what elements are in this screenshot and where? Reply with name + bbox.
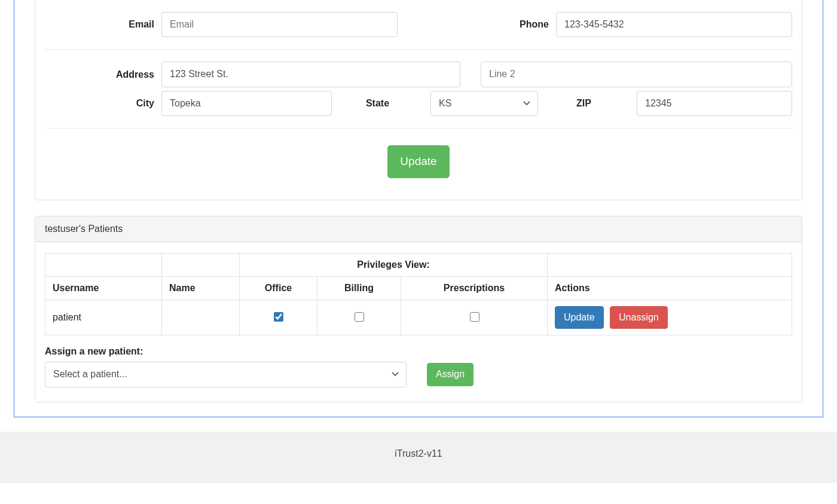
col-office: Office — [240, 276, 317, 300]
cell-username: patient — [45, 300, 162, 335]
address-label: Address — [45, 69, 161, 80]
col-billing: Billing — [317, 276, 401, 300]
address-line1-input[interactable] — [161, 62, 460, 87]
assign-patient-select[interactable]: Select a patient... — [45, 362, 407, 387]
zip-label: ZIP — [538, 98, 637, 109]
row-city-state-zip: City State KS ZIP — [45, 87, 792, 129]
form-section: Email Phone Address — [35, 0, 802, 200]
patients-panel: testuser's Patients Privileges View: Use… — [35, 216, 802, 402]
update-button[interactable]: Update — [387, 145, 449, 178]
state-select[interactable]: KS — [430, 91, 538, 116]
state-label: State — [332, 98, 430, 109]
office-checkbox[interactable] — [274, 312, 283, 322]
privileges-view-header: Privileges View: — [240, 253, 548, 276]
table-row: patient Update Unassign — [45, 300, 792, 335]
email-input[interactable] — [161, 12, 398, 37]
page-container: Email Phone Address — [14, 0, 823, 417]
table-header-row-2: Username Name Office Billing Prescriptio… — [45, 276, 792, 300]
address-line2-input[interactable] — [481, 62, 792, 87]
privileges-table: Privileges View: Username Name Office Bi… — [45, 253, 792, 335]
patients-panel-header: testuser's Patients — [35, 216, 802, 242]
cell-actions: Update Unassign — [548, 300, 792, 335]
col-username: Username — [45, 276, 162, 300]
row-email-phone: Email Phone — [45, 0, 792, 50]
row-address: Address — [45, 50, 792, 87]
phone-input[interactable] — [556, 12, 792, 37]
update-button-row: Update — [45, 129, 792, 200]
row-unassign-button[interactable]: Unassign — [610, 306, 668, 329]
cell-name — [162, 300, 240, 335]
col-prescriptions: Prescriptions — [401, 276, 548, 300]
assign-row: Select a patient... Assign — [45, 362, 792, 387]
table-header-row-1: Privileges View: — [45, 253, 792, 276]
email-label: Email — [45, 19, 161, 30]
assign-button[interactable]: Assign — [427, 363, 474, 386]
city-input[interactable] — [161, 91, 332, 116]
city-label: City — [45, 98, 161, 109]
patients-panel-body: Privileges View: Username Name Office Bi… — [35, 242, 802, 402]
col-name: Name — [162, 276, 240, 300]
billing-checkbox[interactable] — [355, 312, 364, 322]
col-actions: Actions — [548, 276, 792, 300]
zip-input[interactable] — [637, 91, 792, 116]
phone-label: Phone — [472, 19, 556, 30]
prescriptions-checkbox[interactable] — [470, 312, 479, 322]
row-update-button[interactable]: Update — [555, 306, 604, 329]
site-footer: iTrust2-v11 — [0, 432, 837, 483]
edit-form-panel: Email Phone Address — [35, 0, 802, 200]
assign-new-patient-label: Assign a new patient: — [45, 346, 792, 357]
